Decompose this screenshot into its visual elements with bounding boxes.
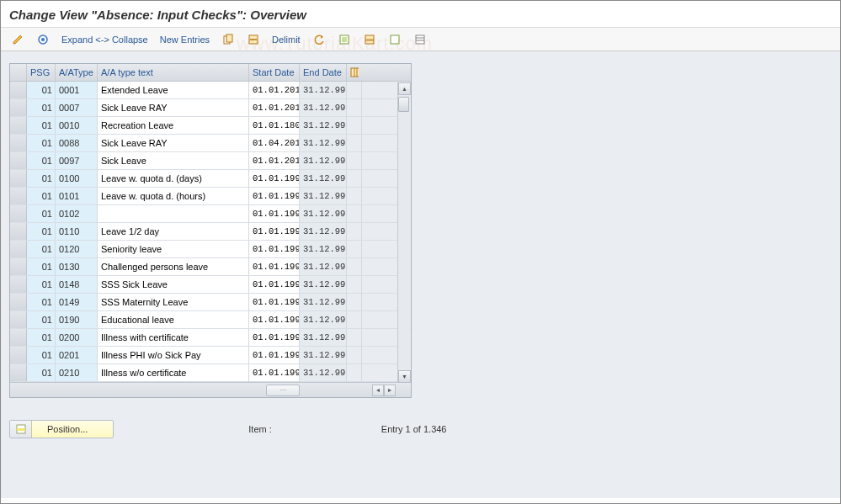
cell-text[interactable]: Educational leave <box>98 311 249 328</box>
cell-start-date[interactable]: 01.01.2015 <box>249 99 300 116</box>
col-header-start[interactable]: Start Date <box>249 64 300 81</box>
cell-text[interactable]: Recreation Leave <box>98 117 249 134</box>
cell-text[interactable]: Leave w. quota d. (days) <box>98 170 249 187</box>
toggle-display-change-icon[interactable] <box>8 31 28 48</box>
row-spacer <box>347 294 362 310</box>
cell-text[interactable]: Sick Leave RAY <box>98 99 249 116</box>
cell-text[interactable]: Leave w. quota d. (hours) <box>98 188 249 204</box>
cell-psg: 01 <box>27 82 56 98</box>
row-selector[interactable] <box>10 152 27 169</box>
undo-icon[interactable] <box>309 31 329 48</box>
scroll-down-icon[interactable]: ▼ <box>398 370 411 383</box>
row-selector[interactable] <box>10 99 27 116</box>
table-settings-icon[interactable] <box>410 31 430 48</box>
row-spacer <box>347 258 362 275</box>
table-row: 010130Challenged persons leave01.01.1990… <box>10 258 411 276</box>
cell-text[interactable]: Illness w/o certificate <box>98 364 249 381</box>
row-selector[interactable] <box>10 311 27 328</box>
cell-start-date[interactable]: 01.01.1990 <box>249 329 300 346</box>
row-selector[interactable] <box>10 294 27 310</box>
row-selector[interactable] <box>10 241 27 257</box>
copy-icon[interactable] <box>218 31 238 48</box>
row-selector[interactable] <box>10 135 27 151</box>
deselect-all-icon[interactable] <box>385 31 405 48</box>
cell-start-date[interactable]: 01.01.1990 <box>249 205 300 222</box>
select-all-column[interactable] <box>10 64 27 81</box>
row-selector[interactable] <box>10 364 27 381</box>
row-selector[interactable] <box>10 276 27 293</box>
col-header-end[interactable]: End Date <box>300 64 347 81</box>
scroll-up-icon[interactable]: ▲ <box>398 82 411 95</box>
cell-text[interactable]: SSS Sick Leave <box>98 276 249 293</box>
cell-start-date[interactable]: 01.01.2017 <box>249 82 300 98</box>
cell-text[interactable]: Illness with certificate <box>98 329 249 346</box>
row-spacer <box>347 223 362 240</box>
row-selector[interactable] <box>10 82 27 98</box>
position-button[interactable]: Position... <box>9 420 114 438</box>
svg-rect-10 <box>391 35 399 44</box>
cell-start-date[interactable]: 01.01.1990 <box>249 364 300 381</box>
cell-end-date: 31.12.9999 <box>300 170 347 187</box>
row-spacer <box>347 99 362 116</box>
select-all-icon[interactable] <box>334 31 354 48</box>
entry-counter: Entry 1 of 1.346 <box>381 424 447 434</box>
row-selector[interactable] <box>10 205 27 222</box>
select-block-icon[interactable] <box>359 31 380 48</box>
cell-text[interactable]: Challenged persons leave <box>98 258 249 275</box>
new-entries-button[interactable]: New Entries <box>157 34 213 45</box>
cell-start-date[interactable]: 01.01.1999 <box>249 223 300 240</box>
cell-start-date[interactable]: 01.01.1990 <box>249 347 300 363</box>
row-selector[interactable] <box>10 258 27 275</box>
cell-aatype: 0001 <box>56 82 98 98</box>
row-selector[interactable] <box>10 329 27 346</box>
cell-text[interactable]: Seniority leave <box>98 241 249 257</box>
svg-rect-3 <box>226 34 232 42</box>
row-selector[interactable] <box>10 170 27 187</box>
cell-start-date[interactable]: 01.01.2015 <box>249 152 300 169</box>
delimit-button[interactable]: Delimit <box>269 34 304 45</box>
col-header-psg[interactable]: PSG <box>27 64 56 81</box>
row-selector[interactable] <box>10 347 27 363</box>
toolbar: Expand <-> Collapse New Entries Delimit <box>1 28 840 51</box>
app-window: Change View "Absence: Input Checks": Ove… <box>0 0 841 504</box>
col-header-aatype[interactable]: A/AType <box>56 64 98 81</box>
cell-text[interactable]: SSS Maternity Leave <box>98 294 249 310</box>
cell-aatype: 0101 <box>56 188 98 204</box>
scroll-thumb[interactable] <box>398 97 409 112</box>
cell-start-date[interactable]: 01.01.1990 <box>249 241 300 257</box>
cell-psg: 01 <box>27 188 56 204</box>
cell-end-date: 31.12.9999 <box>300 364 347 381</box>
configure-columns-icon[interactable] <box>347 64 362 81</box>
other-view-icon[interactable] <box>33 31 53 48</box>
row-spacer <box>347 188 362 204</box>
scroll-track[interactable] <box>398 95 410 370</box>
cell-start-date[interactable]: 01.01.1999 <box>249 170 300 187</box>
cell-text[interactable] <box>98 205 249 222</box>
cell-text[interactable]: Sick Leave <box>98 152 249 169</box>
cell-text[interactable]: Extended Leave <box>98 82 249 98</box>
cell-start-date[interactable]: 01.01.1990 <box>249 311 300 328</box>
cell-text[interactable]: Leave 1/2 day <box>98 223 249 240</box>
col-header-text[interactable]: A/A type text <box>98 64 249 81</box>
scroll-right-icon[interactable]: ▸ <box>384 385 396 396</box>
cell-start-date[interactable]: 01.04.2015 <box>249 135 300 151</box>
cell-start-date[interactable]: 01.01.1990 <box>249 294 300 310</box>
grid-body: 010001Extended Leave01.01.201731.12.9999… <box>10 82 411 382</box>
row-selector[interactable] <box>10 117 27 134</box>
cell-psg: 01 <box>27 294 56 310</box>
column-width-optimize-icon[interactable]: ⋯ <box>266 385 300 396</box>
cell-start-date[interactable]: 01.01.1990 <box>249 188 300 204</box>
cell-start-date[interactable]: 01.01.1800 <box>249 117 300 134</box>
cell-start-date[interactable]: 01.01.1990 <box>249 258 300 275</box>
delete-icon[interactable] <box>243 31 263 48</box>
expand-collapse-button[interactable]: Expand <-> Collapse <box>58 34 152 45</box>
row-selector[interactable] <box>10 188 27 204</box>
cell-text[interactable]: Sick Leave RAY <box>98 135 249 151</box>
row-selector[interactable] <box>10 223 27 240</box>
scroll-left-icon[interactable]: ◂ <box>372 385 384 396</box>
vertical-scrollbar[interactable]: ▲ ▼ <box>397 82 410 383</box>
cell-aatype: 0102 <box>56 205 98 222</box>
table-row: 010007Sick Leave RAY01.01.201531.12.9999 <box>10 99 411 117</box>
cell-text[interactable]: Illness PHI w/o Sick Pay <box>98 347 249 363</box>
cell-start-date[interactable]: 01.01.1990 <box>249 276 300 293</box>
